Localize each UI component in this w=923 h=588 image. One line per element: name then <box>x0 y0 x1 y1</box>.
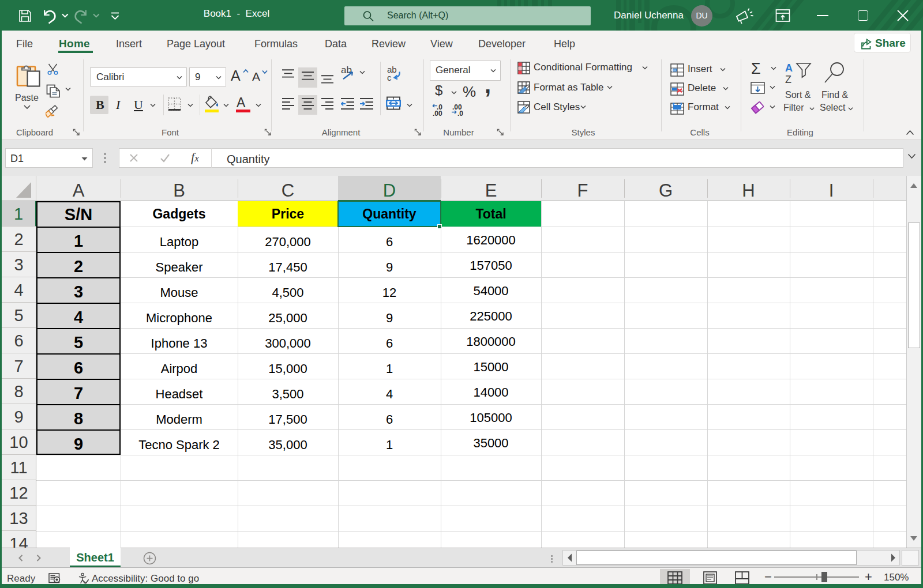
svg-text:c: c <box>387 73 392 81</box>
svg-text:.0: .0 <box>457 110 463 116</box>
svg-text:.00: .00 <box>433 110 442 116</box>
svg-text:Z: Z <box>785 74 791 85</box>
svg-text:A: A <box>785 62 793 74</box>
